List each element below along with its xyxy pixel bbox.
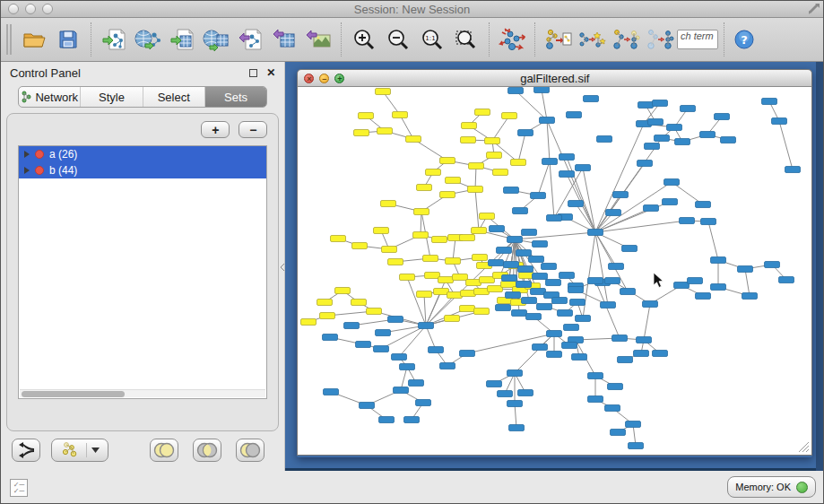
graph-node[interactable] (469, 163, 484, 169)
graph-node[interactable] (711, 257, 726, 264)
graph-node[interactable] (533, 274, 548, 280)
graph-node[interactable] (466, 280, 481, 286)
graph-node[interactable] (429, 347, 444, 353)
graph-node[interactable] (502, 113, 517, 119)
graph-node[interactable] (597, 136, 612, 143)
graph-node[interactable] (498, 391, 513, 397)
graph-node[interactable] (382, 247, 397, 253)
graph-node[interactable] (540, 117, 555, 124)
graph-node[interactable] (667, 125, 682, 131)
open-session-button[interactable] (17, 22, 51, 57)
graph-node[interactable] (352, 243, 368, 249)
graph-node[interactable] (559, 273, 575, 279)
apply-layout-button[interactable] (495, 22, 529, 57)
network-window-titlebar[interactable]: × – + galFiltered.sif (297, 69, 812, 87)
graph-node[interactable] (765, 262, 780, 268)
graph-node[interactable] (762, 99, 777, 105)
create-set-dropdown-button[interactable] (51, 439, 108, 462)
expander-icon[interactable] (24, 151, 30, 158)
graph-node[interactable] (522, 298, 537, 304)
graph-node[interactable] (516, 250, 532, 256)
network-graph[interactable] (298, 87, 811, 456)
graph-node[interactable] (588, 396, 603, 403)
graph-node[interactable] (542, 159, 558, 165)
graph-node[interactable] (700, 132, 716, 138)
select-first-neighbors-button[interactable] (575, 22, 609, 57)
graph-node[interactable] (629, 443, 644, 449)
graph-node[interactable] (400, 274, 415, 281)
scrollbar-thumb[interactable] (22, 391, 125, 397)
graph-node[interactable] (409, 380, 424, 387)
split-sets-button[interactable] (12, 439, 40, 462)
graph-node[interactable] (487, 152, 502, 159)
graph-node[interactable] (568, 287, 584, 293)
graph-node[interactable] (367, 308, 382, 315)
graph-node[interactable] (356, 342, 371, 348)
graph-node[interactable] (534, 87, 550, 93)
graph-node[interactable] (531, 193, 546, 199)
close-panel-icon[interactable]: ✕ (266, 66, 275, 79)
difference-sets-button[interactable] (236, 439, 265, 462)
memory-status-button[interactable]: Memory: OK (727, 476, 816, 498)
graph-node[interactable] (489, 260, 504, 266)
graph-node[interactable] (376, 330, 391, 336)
expand-icon[interactable] (808, 3, 820, 15)
graph-node[interactable] (462, 123, 477, 129)
graph-node[interactable] (576, 165, 591, 171)
graph-node[interactable] (388, 317, 403, 323)
zoom-out-button[interactable] (381, 22, 415, 57)
graph-node[interactable] (474, 289, 490, 295)
graph-node[interactable] (637, 337, 652, 343)
network-view-window[interactable]: × – + galFiltered.sif (297, 69, 812, 457)
graph-node[interactable] (559, 154, 575, 161)
graph-node[interactable] (406, 136, 421, 143)
minimize-network-icon[interactable]: – (319, 74, 329, 83)
graph-node[interactable] (438, 277, 454, 283)
graph-node[interactable] (612, 335, 628, 342)
graph-node[interactable] (638, 161, 653, 167)
graph-node[interactable] (605, 405, 620, 412)
graph-node[interactable] (653, 100, 668, 107)
graph-node[interactable] (506, 292, 521, 299)
graph-node[interactable] (485, 138, 500, 144)
graph-node[interactable] (655, 135, 670, 142)
graph-node[interactable] (519, 273, 534, 279)
float-panel-icon[interactable] (249, 69, 257, 77)
graph-node[interactable] (416, 400, 431, 406)
graph-node[interactable] (344, 323, 360, 329)
graph-node[interactable] (404, 417, 420, 423)
graph-node[interactable] (779, 277, 794, 283)
import-table-file-button[interactable] (165, 22, 199, 57)
graph-node[interactable] (374, 346, 389, 352)
graph-node[interactable] (507, 237, 523, 243)
tab-select[interactable]: Select (143, 87, 205, 107)
graph-node[interactable] (588, 278, 603, 284)
graph-node[interactable] (480, 277, 495, 283)
graph-node[interactable] (738, 266, 753, 273)
graph-node[interactable] (413, 232, 429, 239)
graph-node[interactable] (432, 237, 447, 243)
graph-node[interactable] (331, 236, 346, 242)
graph-node[interactable] (613, 192, 629, 198)
graph-node[interactable] (394, 387, 409, 394)
graph-node[interactable] (507, 401, 523, 407)
graph-node[interactable] (674, 282, 690, 289)
graph-node[interactable] (572, 354, 587, 361)
graph-node[interactable] (460, 351, 475, 357)
graph-node[interactable] (393, 112, 408, 118)
graph-node[interactable] (490, 226, 505, 232)
graph-node[interactable] (434, 289, 449, 295)
union-sets-button[interactable] (150, 439, 178, 462)
graph-node[interactable] (576, 316, 591, 322)
graph-node[interactable] (618, 357, 633, 363)
graph-node[interactable] (701, 219, 716, 225)
graph-node[interactable] (417, 291, 432, 298)
graph-node[interactable] (480, 213, 495, 220)
graph-node[interactable] (606, 210, 621, 216)
graph-node[interactable] (374, 228, 389, 234)
graph-node[interactable] (301, 319, 317, 326)
graph-node[interactable] (742, 293, 758, 300)
graph-node[interactable] (360, 403, 375, 409)
graph-node[interactable] (567, 112, 582, 118)
close-network-icon[interactable]: × (304, 74, 314, 83)
